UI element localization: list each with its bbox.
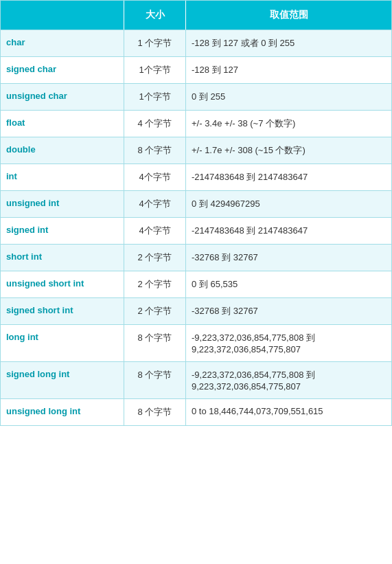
- cell-size: 2 个字节: [124, 298, 186, 324]
- cell-type-name: char: [1, 30, 124, 56]
- cell-size: 4个字节: [124, 164, 186, 190]
- table-row: double8 个字节+/- 1.7e +/- 308 (~15 个数字): [1, 137, 391, 163]
- table-row: unsigned char1个字节0 到 255: [1, 83, 391, 110]
- cell-range: -128 到 127: [186, 57, 391, 83]
- table-row: char1 个字节-128 到 127 或者 0 到 255: [1, 30, 391, 56]
- cell-type-name: signed long int: [1, 362, 124, 398]
- table-row: float4 个字节+/- 3.4e +/- 38 (~7 个数字): [1, 110, 391, 137]
- table-row: unsigned int4个字节0 到 4294967295: [1, 190, 391, 217]
- table-row: signed short int2 个字节-32768 到 32767: [1, 297, 391, 324]
- table-row: signed int4个字节-2147483648 到 2147483647: [1, 217, 391, 244]
- cell-type-name: float: [1, 111, 124, 137]
- table-row: signed long int8 个字节-9,223,372,036,854,7…: [1, 361, 391, 398]
- cell-type-name: int: [1, 164, 124, 190]
- cell-size: 1个字节: [124, 84, 186, 110]
- cell-type-name: double: [1, 137, 124, 163]
- cell-type-name: signed char: [1, 57, 124, 83]
- cell-range: -2147483648 到 2147483647: [186, 218, 391, 244]
- header-col-range: 取值范围: [186, 1, 391, 30]
- cell-type-name: unsigned int: [1, 191, 124, 217]
- cell-size: 8 个字节: [124, 362, 186, 398]
- cell-range: 0 to 18,446,744,073,709,551,615: [186, 399, 391, 425]
- cell-type-name: long int: [1, 325, 124, 361]
- cell-size: 8 个字节: [124, 399, 186, 425]
- cell-range: -2147483648 到 2147483647: [186, 164, 391, 190]
- cell-size: 2 个字节: [124, 245, 186, 271]
- cell-type-name: unsigned char: [1, 84, 124, 110]
- table-row: int4个字节-2147483648 到 2147483647: [1, 163, 391, 190]
- cell-size: 8 个字节: [124, 137, 186, 163]
- table-row: long int8 个字节-9,223,372,036,854,775,808 …: [1, 324, 391, 361]
- cell-range: +/- 1.7e +/- 308 (~15 个数字): [186, 137, 391, 163]
- cell-range: -9,223,372,036,854,775,808 到 9,223,372,0…: [186, 325, 391, 361]
- cell-size: 1 个字节: [124, 30, 186, 56]
- cell-range: 0 到 4294967295: [186, 191, 391, 217]
- cell-type-name: short int: [1, 245, 124, 271]
- cell-type-name: unsigned short int: [1, 271, 124, 297]
- cell-range: -32768 到 32767: [186, 298, 391, 324]
- table-row: unsigned short int2 个字节0 到 65,535: [1, 271, 391, 297]
- cell-size: 4个字节: [124, 218, 186, 244]
- table-body: char1 个字节-128 到 127 或者 0 到 255signed cha…: [1, 30, 391, 425]
- cell-size: 4 个字节: [124, 111, 186, 137]
- cell-range: -32768 到 32767: [186, 245, 391, 271]
- cell-range: -9,223,372,036,854,775,808 到 9,223,372,0…: [186, 362, 391, 398]
- table-row: unsigned long int8 个字节0 to 18,446,744,07…: [1, 398, 391, 425]
- cell-size: 1个字节: [124, 57, 186, 83]
- cell-range: 0 到 65,535: [186, 271, 391, 297]
- cell-size: 2 个字节: [124, 271, 186, 297]
- header-col-size: 大小: [124, 1, 186, 30]
- header-col-name: [1, 1, 124, 30]
- cell-range: +/- 3.4e +/- 38 (~7 个数字): [186, 111, 391, 137]
- cell-size: 4个字节: [124, 191, 186, 217]
- data-table: 大小 取值范围 char1 个字节-128 到 127 或者 0 到 255si…: [0, 0, 392, 426]
- table-header: 大小 取值范围: [1, 1, 391, 30]
- table-row: signed char1个字节-128 到 127: [1, 56, 391, 83]
- cell-type-name: signed short int: [1, 298, 124, 324]
- table-row: short int2 个字节-32768 到 32767: [1, 244, 391, 271]
- cell-range: -128 到 127 或者 0 到 255: [186, 30, 391, 56]
- cell-type-name: signed int: [1, 218, 124, 244]
- cell-size: 8 个字节: [124, 325, 186, 361]
- cell-type-name: unsigned long int: [1, 399, 124, 425]
- cell-range: 0 到 255: [186, 84, 391, 110]
